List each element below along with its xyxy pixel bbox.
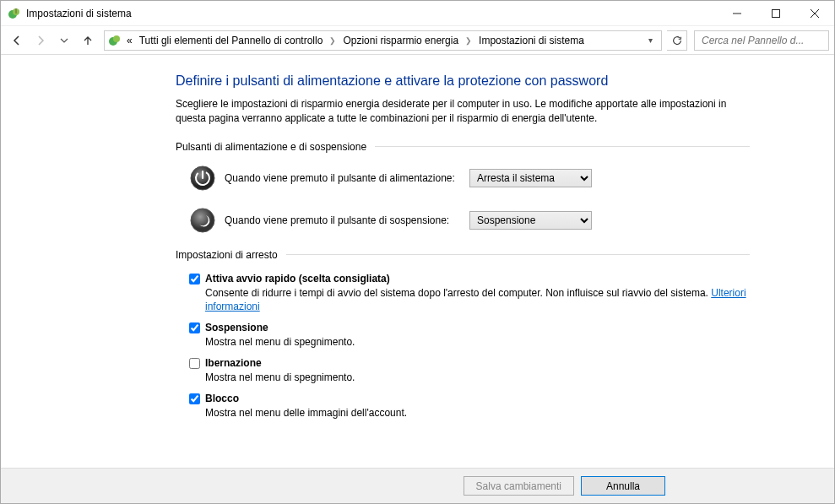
sleep-button-select[interactable]: Sospensione	[469, 211, 592, 230]
page-title: Definire i pulsanti di alimentazione e a…	[176, 73, 750, 89]
lock-desc: Mostra nel menu delle immagini dell'acco…	[205, 406, 750, 420]
fast-startup-row: Attiva avvio rapido (scelta consigliata)…	[189, 273, 750, 313]
hibernate-checkbox[interactable]	[189, 358, 200, 369]
lock-title: Blocco	[205, 393, 239, 404]
power-button-label: Quando viene premuto il pulsante di alim…	[225, 172, 469, 184]
breadcrumb-item[interactable]: Opzioni risparmio energia	[338, 33, 464, 48]
cancel-button[interactable]: Annulla	[581, 476, 665, 496]
sleep-desc: Mostra nel menu di spegnimento.	[205, 335, 750, 349]
chevron-right-icon: ❯	[329, 36, 336, 45]
search-input[interactable]	[700, 34, 831, 47]
close-button[interactable]	[795, 1, 834, 26]
titlebar: Impostazioni di sistema	[1, 1, 834, 26]
section-header-buttons: Pulsanti di alimentazione e di sospensio…	[176, 141, 750, 153]
breadcrumb[interactable]: « Tutti gli elementi del Pannello di con…	[104, 30, 662, 51]
power-icon	[189, 165, 216, 192]
breadcrumb-dropdown[interactable]: ▾	[643, 35, 658, 45]
fast-startup-desc: Consente di ridurre i tempi di avvio del…	[205, 286, 750, 313]
sleep-title: Sospensione	[205, 322, 268, 333]
power-button-row: Quando viene premuto il pulsante di alim…	[189, 165, 750, 192]
refresh-button[interactable]	[667, 30, 687, 51]
breadcrumb-item[interactable]: Impostazioni di sistema	[474, 33, 589, 48]
chevron-right-icon: ❯	[465, 36, 472, 45]
svg-rect-2	[773, 9, 780, 17]
fast-startup-checkbox[interactable]	[189, 274, 200, 285]
lock-option-row: Blocco Mostra nel menu delle immagini de…	[189, 393, 750, 420]
back-button[interactable]	[6, 30, 28, 51]
hibernate-desc: Mostra nel menu di spegnimento.	[205, 371, 750, 384]
forward-button[interactable]	[30, 30, 52, 51]
navbar: « Tutti gli elementi del Pannello di con…	[1, 26, 834, 55]
hibernate-title: Ibernazione	[205, 357, 262, 369]
svg-point-4	[113, 35, 120, 42]
breadcrumb-prefix: «	[127, 35, 133, 46]
sleep-option-row: Sospensione Mostra nel menu di spegnimen…	[189, 322, 750, 349]
hibernate-option-row: Ibernazione Mostra nel menu di spegnimen…	[189, 357, 750, 384]
minimize-button[interactable]	[718, 1, 756, 26]
page-description: Scegliere le impostazioni di risparmio e…	[176, 97, 750, 126]
sleep-button-label: Quando viene premuto il pulsante di sosp…	[225, 214, 469, 226]
svg-point-8	[191, 209, 214, 232]
search-box[interactable]	[694, 30, 829, 51]
sleep-icon	[189, 207, 216, 234]
footer: Salva cambiamenti Annulla	[1, 468, 834, 503]
up-button[interactable]	[77, 30, 99, 51]
recent-dropdown[interactable]	[53, 30, 75, 51]
breadcrumb-item[interactable]: Tutti gli elementi del Pannello di contr…	[134, 33, 328, 48]
app-icon	[8, 7, 21, 20]
sleep-checkbox[interactable]	[189, 322, 200, 333]
fast-startup-title: Attiva avvio rapido (scelta consigliata)	[205, 273, 390, 285]
lock-checkbox[interactable]	[189, 393, 200, 404]
section-header-shutdown: Impostazioni di arresto	[176, 249, 750, 261]
save-button[interactable]: Salva cambiamenti	[464, 476, 574, 496]
sleep-button-row: Quando viene premuto il pulsante di sosp…	[189, 207, 750, 234]
maximize-button[interactable]	[756, 1, 795, 26]
content-area: Definire i pulsanti di alimentazione e a…	[1, 55, 834, 468]
control-panel-icon	[108, 34, 122, 47]
power-button-select[interactable]: Arresta il sistema	[469, 169, 592, 187]
window-title: Impostazioni di sistema	[26, 8, 718, 19]
